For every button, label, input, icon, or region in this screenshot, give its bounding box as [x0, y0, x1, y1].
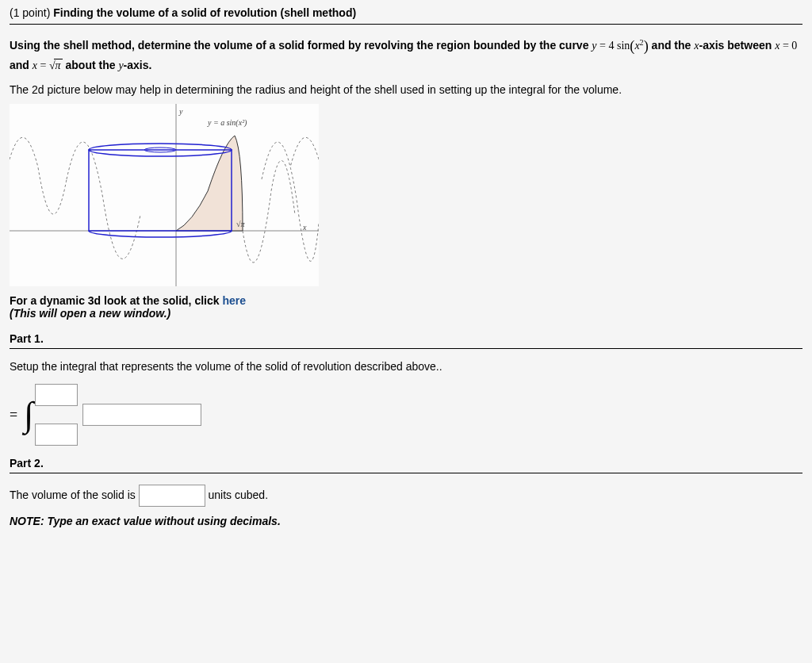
instr-prefix: Using the shell method, determine the vo… [10, 39, 592, 52]
points-label: (1 point) [10, 6, 50, 19]
fig-curve-label: y = a sin(x²) [208, 118, 247, 127]
sqrt-expr: √π [49, 57, 63, 74]
instr-mid1: and the [652, 39, 695, 52]
divider [10, 348, 802, 349]
upper-bound-input[interactable] [35, 384, 78, 406]
integral-bounds [35, 384, 78, 446]
dynamic-note: (This will open a new window.) [10, 307, 802, 320]
eq3-eq: = [37, 59, 49, 71]
integral-icon: ∫ [24, 397, 33, 432]
problem-title-line: (1 point) Finding the volume of a solid … [10, 6, 802, 19]
problem-title: Finding the volume of a solid of revolut… [53, 6, 356, 19]
fig-x-label: x [303, 223, 306, 232]
fig-sqrtpi-label: √π [236, 220, 245, 228]
part1-heading: Part 1. [10, 332, 802, 345]
eq1-func: sin [614, 40, 630, 52]
figure-svg [10, 104, 319, 286]
dynamic-link-prefix: For a dynamic 3d look at the solid, clic… [10, 294, 222, 307]
eq1-eq: = [597, 40, 609, 52]
dynamic-link-line: For a dynamic 3d look at the solid, clic… [10, 294, 802, 307]
lower-bound-input[interactable] [35, 423, 78, 446]
eq2-rhs: 0 [791, 40, 797, 52]
instr-mid3: and [10, 59, 33, 71]
instr-suffix: -axis. [124, 59, 152, 71]
divider [10, 473, 802, 473]
part2-answer-line: The volume of the solid is units cubed. [10, 485, 802, 507]
problem-container: (1 point) Finding the volume of a solid … [10, 6, 802, 527]
instr-mid2: -axis between [699, 39, 775, 52]
main-instruction: Using the shell method, determine the vo… [10, 36, 802, 74]
answer-suffix: units cubed. [209, 489, 269, 501]
part2-heading: Part 2. [10, 457, 802, 469]
instr-mid4: about the [63, 59, 119, 71]
figure: y y = a sin(x²) √π x [10, 104, 319, 286]
helper-text: The 2d picture below may help in determi… [10, 83, 802, 96]
volume-answer-input[interactable] [139, 485, 205, 507]
part1-instruction: Setup the integral that represents the v… [10, 360, 802, 373]
eq2-eq: = [779, 40, 791, 52]
fig-y-label: y [179, 107, 182, 116]
equals-sign: = [10, 407, 17, 423]
integrand-input[interactable] [82, 404, 201, 426]
note: NOTE: Type an exact value without using … [10, 515, 802, 527]
integral-setup: = ∫ [10, 384, 802, 446]
dynamic-3d-link[interactable]: here [222, 294, 246, 307]
divider [10, 24, 802, 25]
answer-prefix: The volume of the solid is [10, 489, 139, 501]
